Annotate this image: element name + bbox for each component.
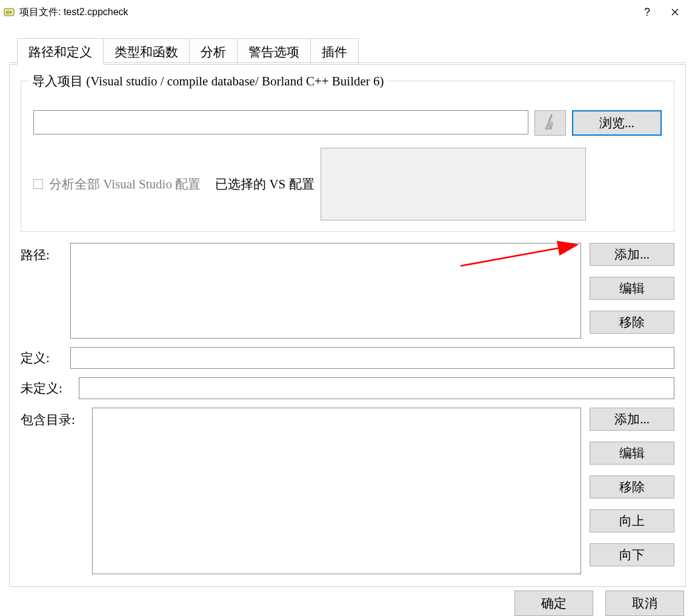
paths-remove-button[interactable]: 移除: [590, 311, 674, 334]
close-button[interactable]: [661, 3, 689, 21]
analyze-all-vs-label: 分析全部 Visual Studio 配置: [49, 176, 201, 193]
tab-panel: 导入项目 (Visual studio / compile database/ …: [9, 64, 686, 587]
undefines-label: 未定义:: [21, 380, 79, 397]
selected-vs-config-label: 已选择的 VS 配置: [215, 176, 314, 193]
svg-line-6: [551, 123, 551, 128]
help-button[interactable]: ?: [633, 3, 661, 21]
include-dirs-list[interactable]: [92, 408, 581, 574]
tab-types-functions[interactable]: 类型和函数: [103, 38, 190, 65]
include-dirs-label: 包含目录:: [21, 408, 92, 428]
includes-down-button[interactable]: 向下: [590, 543, 674, 566]
includes-edit-button[interactable]: 编辑: [590, 442, 674, 465]
tab-underline: [9, 62, 686, 63]
app-icon: C +: [4, 7, 15, 18]
svg-line-3: [549, 114, 552, 121]
broom-icon: [544, 114, 557, 133]
selected-vs-config-list: [321, 148, 586, 220]
import-path-input[interactable]: [33, 110, 528, 134]
tab-paths-defines[interactable]: 路径和定义: [17, 38, 104, 65]
tab-plugins[interactable]: 插件: [310, 38, 359, 65]
includes-add-button[interactable]: 添加...: [590, 408, 674, 431]
paths-list[interactable]: [70, 243, 581, 339]
svg-text:+: +: [9, 10, 12, 15]
paths-add-button[interactable]: 添加...: [590, 243, 674, 266]
clear-import-icon-button[interactable]: [534, 110, 566, 136]
tab-analysis[interactable]: 分析: [189, 38, 238, 65]
ok-button[interactable]: 确定: [514, 591, 593, 616]
paths-label: 路径:: [21, 243, 70, 263]
analyze-all-vs-checkbox: [33, 179, 43, 189]
cancel-button[interactable]: 取消: [605, 591, 684, 616]
tab-warning-options[interactable]: 警告选项: [237, 38, 311, 65]
defines-label: 定义:: [21, 349, 70, 366]
window-title: 项目文件: test2.cppcheck: [19, 6, 633, 19]
undefines-input[interactable]: [79, 377, 674, 399]
import-project-group-title: 导入项目 (Visual studio / compile database/ …: [28, 73, 388, 90]
includes-remove-button[interactable]: 移除: [590, 475, 674, 498]
paths-edit-button[interactable]: 编辑: [590, 277, 674, 300]
tab-bar: 路径和定义 类型和函数 分析 警告选项 插件: [17, 38, 695, 64]
includes-up-button[interactable]: 向上: [590, 509, 674, 532]
import-project-group: 导入项目 (Visual studio / compile database/ …: [21, 81, 674, 232]
browse-button[interactable]: 浏览...: [572, 110, 662, 136]
defines-input[interactable]: [70, 347, 674, 369]
